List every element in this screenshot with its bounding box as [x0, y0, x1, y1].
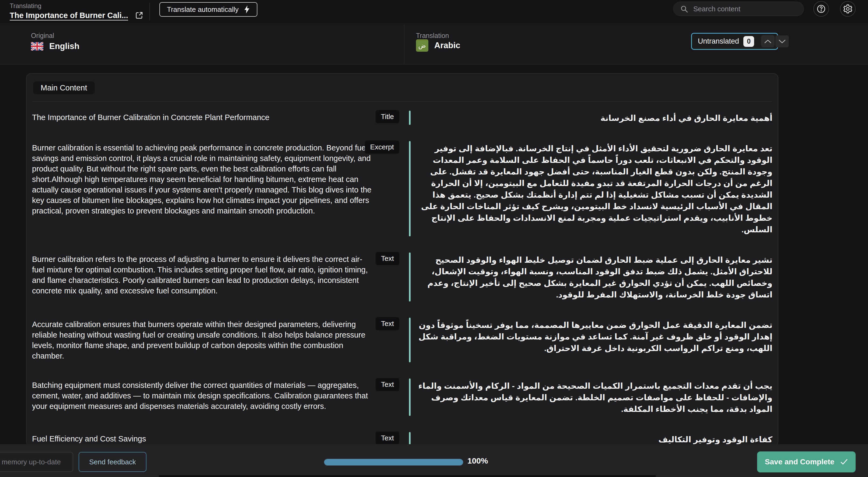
- help-button[interactable]: [813, 1, 829, 17]
- dock-hint-strip: [159, 475, 656, 477]
- uk-flag-icon: [31, 42, 43, 51]
- arabic-flag-icon: ض: [416, 39, 428, 52]
- translate-automatically-label: Translate automatically: [167, 5, 239, 14]
- segment-type-badge: Text: [376, 378, 399, 391]
- translation-memory-button[interactable]: memory up-to-date: [0, 452, 73, 472]
- segment-row-text: Fuel Efficiency and Cost Savings Text كف…: [32, 434, 772, 445]
- source-text[interactable]: The Importance of Burner Calibration in …: [32, 112, 373, 124]
- source-text[interactable]: Accurate calibration ensures that burner…: [32, 319, 373, 361]
- card-divider: [32, 101, 772, 102]
- progress-percentage: 100%: [467, 456, 488, 466]
- translation-language: ض Arabic: [416, 39, 460, 52]
- source-text[interactable]: Fuel Efficiency and Cost Savings: [32, 434, 373, 445]
- progress-fill: [324, 459, 463, 466]
- filter-nav-buttons: [761, 35, 789, 47]
- original-language-name: English: [49, 41, 80, 51]
- untranslated-filter-label: Untranslated: [698, 37, 739, 45]
- source-text[interactable]: Burner calibration is essential to achie…: [32, 143, 373, 235]
- segment-type-badge: Text: [376, 432, 399, 445]
- help-icon: [816, 4, 826, 14]
- segment-row-title: The Importance of Burner Calibration in …: [32, 112, 772, 124]
- segment-type-badge: Text: [376, 252, 399, 265]
- untranslated-count-badge: 0: [743, 36, 754, 47]
- top-bar: Translating The Importance of Burner Cal…: [0, 0, 868, 24]
- translation-text[interactable]: تضمن المعايرة الدقيقة عمل الحوارق ضمن مع…: [410, 319, 772, 361]
- language-bar-divider: [404, 25, 404, 65]
- save-and-complete-label: Save and Complete: [765, 457, 834, 466]
- translate-automatically-button[interactable]: Translate automatically: [159, 2, 257, 17]
- segment-row-text: Batching equipment must consistently del…: [32, 380, 772, 415]
- source-text[interactable]: Burner calibration refers to the process…: [32, 254, 373, 300]
- next-segment-button[interactable]: [775, 35, 789, 47]
- original-language: English: [31, 41, 80, 51]
- check-icon: [840, 459, 848, 465]
- search-input[interactable]: [693, 5, 797, 13]
- footer-bar: memory up-to-date Send feedback 100% Sav…: [0, 444, 868, 477]
- segment-type-badge: Text: [376, 317, 399, 330]
- chevron-up-icon: [764, 39, 772, 44]
- tab-main-content[interactable]: Main Content: [33, 81, 95, 94]
- segment-row-excerpt: Burner calibration is essential to achie…: [32, 143, 772, 235]
- document-title-link[interactable]: The Importance of Burner Cali...: [10, 11, 128, 20]
- previous-segment-button[interactable]: [761, 35, 775, 47]
- document-title-row: The Importance of Burner Cali...: [10, 11, 144, 20]
- untranslated-filter[interactable]: Untranslated 0: [691, 33, 778, 50]
- translation-text[interactable]: أهمية معايرة الحارق في أداء مصنع الخرسان…: [410, 112, 772, 124]
- save-and-complete-button[interactable]: Save and Complete: [757, 451, 856, 472]
- lightning-icon: [244, 5, 250, 13]
- translation-text[interactable]: تشير معايرة الحارق إلى عملية ضبط الحارق …: [410, 254, 772, 300]
- segment-list: The Importance of Burner Calibration in …: [32, 112, 772, 446]
- translation-text[interactable]: كفاءة الوقود وتوفير التكاليف: [410, 434, 772, 445]
- translating-label: Translating: [10, 2, 41, 10]
- segment-type-badge: Excerpt: [365, 140, 399, 154]
- translation-text[interactable]: يجب أن تقدم معدات التجميع باستمرار الكمي…: [410, 380, 772, 415]
- original-label: Original: [31, 32, 54, 39]
- gear-icon: [843, 4, 853, 14]
- language-bar: Original English Translation ض Arabic Un…: [0, 25, 868, 65]
- translation-label: Translation: [416, 32, 449, 39]
- source-text[interactable]: Batching equipment must consistently del…: [32, 380, 373, 415]
- topbar-divider: [149, 3, 150, 21]
- settings-button[interactable]: [840, 1, 856, 17]
- external-link-icon[interactable]: [135, 11, 144, 20]
- segment-row-text: Accurate calibration ensures that burner…: [32, 319, 772, 361]
- segment-type-badge: Title: [376, 110, 399, 123]
- send-feedback-button[interactable]: Send feedback: [79, 452, 147, 472]
- search-icon: [680, 5, 688, 13]
- translation-language-name: Arabic: [434, 41, 460, 50]
- translation-text[interactable]: تعد معايرة الحارق ضرورية لتحقيق الأداء ا…: [410, 143, 772, 235]
- progress-bar: [324, 459, 463, 466]
- search-bar[interactable]: [673, 2, 804, 16]
- content-card: Main Content The Importance of Burner Ca…: [26, 73, 778, 446]
- segment-row-text: Burner calibration refers to the process…: [32, 254, 772, 300]
- chevron-down-icon: [778, 39, 786, 44]
